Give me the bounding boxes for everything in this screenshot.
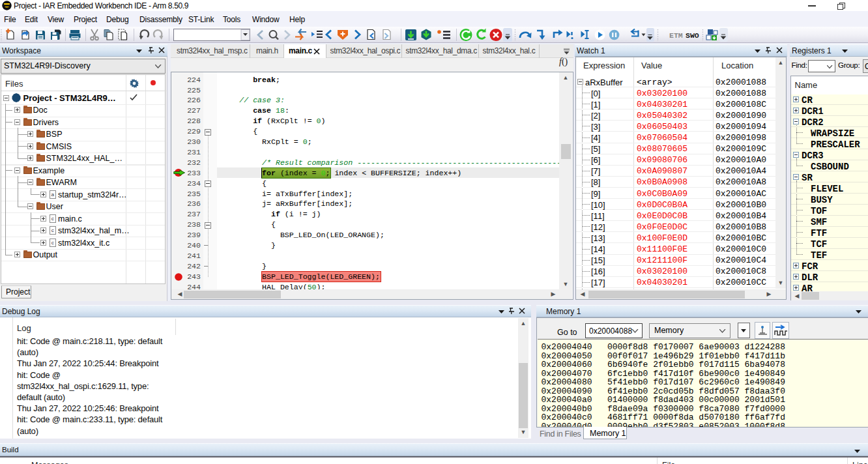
svg-text:ETM: ETM xyxy=(669,31,683,40)
svg-text:SWO: SWO xyxy=(686,31,699,40)
